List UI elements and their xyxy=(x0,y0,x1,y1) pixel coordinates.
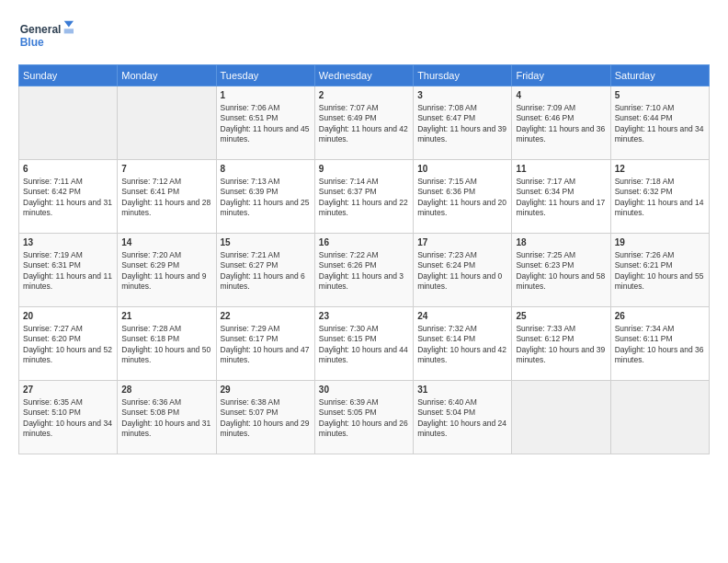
day-detail: Sunrise: 7:12 AM Sunset: 6:41 PM Dayligh… xyxy=(121,177,211,219)
calendar-cell: 30Sunrise: 6:39 AM Sunset: 5:05 PM Dayli… xyxy=(314,381,413,454)
day-number: 22 xyxy=(221,310,311,323)
day-detail: Sunrise: 7:11 AM Sunset: 6:42 PM Dayligh… xyxy=(23,177,113,219)
day-number: 9 xyxy=(319,163,409,176)
day-number: 28 xyxy=(121,384,211,396)
day-detail: Sunrise: 7:20 AM Sunset: 6:29 PM Dayligh… xyxy=(121,250,211,293)
day-detail: Sunrise: 7:10 AM Sunset: 6:44 PM Dayligh… xyxy=(615,103,705,145)
logo: General Blue xyxy=(18,17,74,55)
svg-rect-3 xyxy=(64,29,74,33)
calendar-cell xyxy=(512,381,610,454)
day-detail: Sunrise: 7:22 AM Sunset: 6:26 PM Dayligh… xyxy=(319,250,409,293)
calendar-cell: 13Sunrise: 7:19 AM Sunset: 6:31 PM Dayli… xyxy=(19,234,118,307)
day-number: 5 xyxy=(615,89,705,102)
calendar-cell: 15Sunrise: 7:21 AM Sunset: 6:27 PM Dayli… xyxy=(216,234,314,307)
calendar-cell: 19Sunrise: 7:26 AM Sunset: 6:21 PM Dayli… xyxy=(610,234,709,307)
calendar-cell xyxy=(118,86,216,160)
day-number: 16 xyxy=(319,236,409,249)
day-detail: Sunrise: 7:15 AM Sunset: 6:36 PM Dayligh… xyxy=(417,177,507,219)
calendar-cell: 20Sunrise: 7:27 AM Sunset: 6:20 PM Dayli… xyxy=(19,307,118,381)
day-number: 3 xyxy=(417,89,507,102)
day-number: 1 xyxy=(221,89,311,102)
day-detail: Sunrise: 6:38 AM Sunset: 5:07 PM Dayligh… xyxy=(221,397,311,440)
day-detail: Sunrise: 6:36 AM Sunset: 5:08 PM Dayligh… xyxy=(121,397,211,440)
day-detail: Sunrise: 7:18 AM Sunset: 6:32 PM Dayligh… xyxy=(615,177,705,219)
weekday-header-row: SundayMondayTuesdayWednesdayThursdayFrid… xyxy=(19,65,710,86)
day-detail: Sunrise: 7:29 AM Sunset: 6:17 PM Dayligh… xyxy=(221,324,311,366)
weekday-wednesday: Wednesday xyxy=(314,65,413,86)
day-number: 11 xyxy=(516,163,606,176)
calendar-cell: 17Sunrise: 7:23 AM Sunset: 6:24 PM Dayli… xyxy=(414,234,512,307)
day-number: 29 xyxy=(221,384,311,396)
calendar-cell: 5Sunrise: 7:10 AM Sunset: 6:44 PM Daylig… xyxy=(610,86,709,160)
day-detail: Sunrise: 7:14 AM Sunset: 6:37 PM Dayligh… xyxy=(319,177,409,219)
calendar-cell: 6Sunrise: 7:11 AM Sunset: 6:42 PM Daylig… xyxy=(19,160,118,234)
calendar-cell: 31Sunrise: 6:40 AM Sunset: 5:04 PM Dayli… xyxy=(414,381,512,454)
calendar-cell: 21Sunrise: 7:28 AM Sunset: 6:18 PM Dayli… xyxy=(118,307,216,381)
calendar-cell: 29Sunrise: 6:38 AM Sunset: 5:07 PM Dayli… xyxy=(216,381,314,454)
day-number: 30 xyxy=(319,384,409,396)
weekday-thursday: Thursday xyxy=(414,65,512,86)
calendar-cell: 24Sunrise: 7:32 AM Sunset: 6:14 PM Dayli… xyxy=(414,307,512,381)
calendar-cell: 7Sunrise: 7:12 AM Sunset: 6:41 PM Daylig… xyxy=(118,160,216,234)
calendar-cell: 22Sunrise: 7:29 AM Sunset: 6:17 PM Dayli… xyxy=(216,307,314,381)
calendar-cell: 11Sunrise: 7:17 AM Sunset: 6:34 PM Dayli… xyxy=(512,160,610,234)
day-detail: Sunrise: 6:35 AM Sunset: 5:10 PM Dayligh… xyxy=(23,397,113,440)
day-number: 18 xyxy=(516,236,606,249)
calendar-week-5: 27Sunrise: 6:35 AM Sunset: 5:10 PM Dayli… xyxy=(19,381,710,454)
weekday-sunday: Sunday xyxy=(19,65,118,86)
day-number: 26 xyxy=(615,310,705,323)
day-number: 24 xyxy=(417,310,507,323)
calendar-cell: 3Sunrise: 7:08 AM Sunset: 6:47 PM Daylig… xyxy=(414,86,512,160)
calendar-cell: 8Sunrise: 7:13 AM Sunset: 6:39 PM Daylig… xyxy=(216,160,314,234)
day-number: 23 xyxy=(319,310,409,323)
day-number: 15 xyxy=(221,236,311,249)
calendar-cell: 14Sunrise: 7:20 AM Sunset: 6:29 PM Dayli… xyxy=(118,234,216,307)
day-detail: Sunrise: 7:26 AM Sunset: 6:21 PM Dayligh… xyxy=(615,250,705,293)
weekday-monday: Monday xyxy=(118,65,216,86)
page-header: General Blue xyxy=(18,17,710,55)
calendar-cell: 18Sunrise: 7:25 AM Sunset: 6:23 PM Dayli… xyxy=(512,234,610,307)
day-detail: Sunrise: 7:21 AM Sunset: 6:27 PM Dayligh… xyxy=(221,250,311,293)
day-detail: Sunrise: 7:32 AM Sunset: 6:14 PM Dayligh… xyxy=(417,324,507,366)
day-number: 12 xyxy=(615,163,705,176)
day-detail: Sunrise: 6:39 AM Sunset: 5:05 PM Dayligh… xyxy=(319,397,409,440)
day-detail: Sunrise: 7:17 AM Sunset: 6:34 PM Dayligh… xyxy=(516,177,606,219)
calendar-cell: 10Sunrise: 7:15 AM Sunset: 6:36 PM Dayli… xyxy=(414,160,512,234)
day-number: 10 xyxy=(417,163,507,176)
calendar-table: SundayMondayTuesdayWednesdayThursdayFrid… xyxy=(18,64,710,454)
day-detail: Sunrise: 7:25 AM Sunset: 6:23 PM Dayligh… xyxy=(516,250,606,293)
day-detail: Sunrise: 7:34 AM Sunset: 6:11 PM Dayligh… xyxy=(615,324,705,366)
calendar-cell: 2Sunrise: 7:07 AM Sunset: 6:49 PM Daylig… xyxy=(314,86,413,160)
day-detail: Sunrise: 7:23 AM Sunset: 6:24 PM Dayligh… xyxy=(417,250,507,293)
calendar-cell: 27Sunrise: 6:35 AM Sunset: 5:10 PM Dayli… xyxy=(19,381,118,454)
day-number: 19 xyxy=(615,236,705,249)
calendar-week-3: 13Sunrise: 7:19 AM Sunset: 6:31 PM Dayli… xyxy=(19,234,710,307)
day-detail: Sunrise: 6:40 AM Sunset: 5:04 PM Dayligh… xyxy=(417,397,507,440)
day-detail: Sunrise: 7:07 AM Sunset: 6:49 PM Dayligh… xyxy=(319,103,409,145)
day-detail: Sunrise: 7:19 AM Sunset: 6:31 PM Dayligh… xyxy=(23,250,113,293)
day-number: 31 xyxy=(417,384,507,396)
day-detail: Sunrise: 7:27 AM Sunset: 6:20 PM Dayligh… xyxy=(23,324,113,366)
calendar-cell: 25Sunrise: 7:33 AM Sunset: 6:12 PM Dayli… xyxy=(512,307,610,381)
day-number: 13 xyxy=(23,236,113,249)
calendar-cell: 12Sunrise: 7:18 AM Sunset: 6:32 PM Dayli… xyxy=(610,160,709,234)
calendar-cell: 9Sunrise: 7:14 AM Sunset: 6:37 PM Daylig… xyxy=(314,160,413,234)
day-detail: Sunrise: 7:08 AM Sunset: 6:47 PM Dayligh… xyxy=(417,103,507,145)
calendar-cell: 4Sunrise: 7:09 AM Sunset: 6:46 PM Daylig… xyxy=(512,86,610,160)
logo-svg: General Blue xyxy=(18,17,74,55)
weekday-friday: Friday xyxy=(512,65,610,86)
calendar-cell: 28Sunrise: 6:36 AM Sunset: 5:08 PM Dayli… xyxy=(118,381,216,454)
calendar-cell: 16Sunrise: 7:22 AM Sunset: 6:26 PM Dayli… xyxy=(314,234,413,307)
day-number: 7 xyxy=(121,163,211,176)
day-detail: Sunrise: 7:13 AM Sunset: 6:39 PM Dayligh… xyxy=(221,177,311,219)
calendar-week-4: 20Sunrise: 7:27 AM Sunset: 6:20 PM Dayli… xyxy=(19,307,710,381)
svg-text:Blue: Blue xyxy=(20,36,44,49)
day-number: 27 xyxy=(23,384,113,396)
day-number: 8 xyxy=(221,163,311,176)
calendar-week-2: 6Sunrise: 7:11 AM Sunset: 6:42 PM Daylig… xyxy=(19,160,710,234)
day-detail: Sunrise: 7:06 AM Sunset: 6:51 PM Dayligh… xyxy=(221,103,311,145)
day-number: 2 xyxy=(319,89,409,102)
day-detail: Sunrise: 7:33 AM Sunset: 6:12 PM Dayligh… xyxy=(516,324,606,366)
weekday-tuesday: Tuesday xyxy=(216,65,314,86)
calendar-cell: 26Sunrise: 7:34 AM Sunset: 6:11 PM Dayli… xyxy=(610,307,709,381)
